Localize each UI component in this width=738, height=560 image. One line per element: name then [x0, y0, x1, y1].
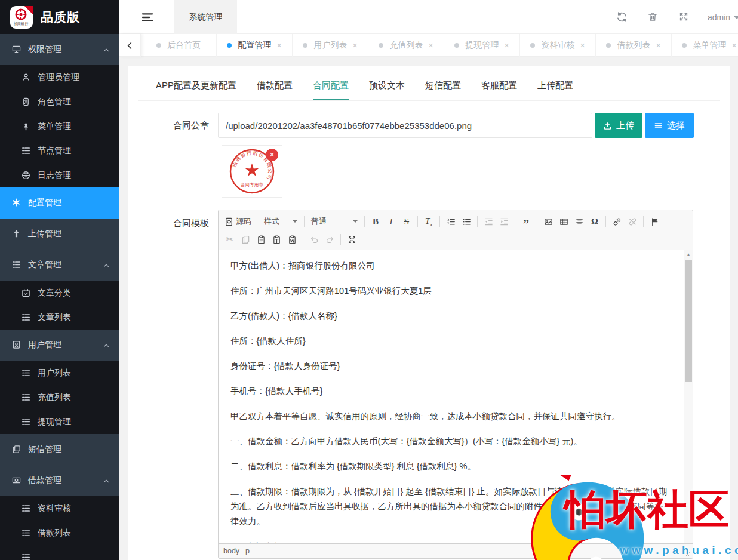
sidebar-item-label: 角色管理	[38, 97, 71, 107]
fullscreen-icon[interactable]	[678, 11, 690, 23]
config-tab-APP配置及更新配置[interactable]: APP配置及更新配置	[156, 80, 236, 100]
element-path-body[interactable]: body	[223, 547, 239, 555]
open-tab-提现管理[interactable]: 提现管理×	[444, 34, 520, 57]
open-tab-借款列表[interactable]: 借款列表×	[596, 34, 672, 57]
tab-label: 充值列表	[389, 40, 423, 51]
editor-scrollbar[interactable]: ▲	[684, 250, 693, 543]
config-tab-短信配置[interactable]: 短信配置	[425, 80, 461, 100]
tab-label: 配置管理	[238, 40, 271, 51]
unordered-list-button[interactable]	[459, 214, 474, 229]
tab-close-icon[interactable]: ×	[352, 41, 357, 50]
sidebar-item-label: 提现管理	[38, 417, 71, 427]
stamp-field-label: 合同公章	[128, 113, 218, 138]
tab-close-icon[interactable]: ×	[656, 41, 660, 50]
sidebar-item-资料审核[interactable]: 资料审核	[0, 496, 119, 521]
user-menu[interactable]: admin	[708, 0, 738, 34]
tab-close-icon[interactable]: ×	[428, 41, 433, 50]
open-tab-用户列表[interactable]: 用户列表×	[293, 34, 368, 57]
collapse-menu-icon[interactable]	[140, 10, 155, 25]
element-path-p[interactable]: p	[245, 547, 250, 555]
paragraph-format-dropdown[interactable]: 普通	[308, 214, 361, 229]
open-tab-菜单管理[interactable]: 菜单管理×	[672, 34, 738, 57]
tab-close-icon[interactable]: ×	[276, 41, 281, 50]
sidebar-item-提现管理[interactable]: 提现管理	[0, 410, 119, 434]
source-button[interactable]: 源码	[222, 214, 254, 229]
copy2-icon	[12, 445, 21, 454]
styles-dropdown[interactable]: 样式	[260, 214, 301, 229]
tab-label: 资料审核	[541, 40, 574, 51]
config-tab-合同配置[interactable]: 合同配置	[313, 80, 349, 100]
sidebar-item-管理员管理[interactable]: 管理员管理	[0, 65, 119, 90]
remove-image-icon[interactable]: ✕	[266, 149, 278, 161]
open-tabs: 后台首页配置管理×用户列表×充值列表×提现管理×资料审核×借款列表×菜单管理×	[141, 34, 738, 56]
trash-icon[interactable]	[647, 11, 659, 23]
sidebar-item-日志管理[interactable]: 日志管理	[0, 163, 119, 187]
open-tab-后台首页[interactable]: 后台首页	[141, 34, 217, 57]
editor-content[interactable]: 甲方(出借人)：招商银行股份有限公司住所：广州市天河区天河路101号码兴业银行大…	[219, 250, 693, 543]
config-tab-上传配置[interactable]: 上传配置	[537, 80, 573, 100]
paste-as-text-button[interactable]	[269, 232, 284, 247]
sidebar-item[interactable]	[0, 545, 119, 560]
stamp-path-input[interactable]	[218, 113, 592, 138]
link-button[interactable]	[609, 214, 625, 229]
tab-close-icon[interactable]: ×	[580, 41, 585, 50]
config-tab-预设文本[interactable]: 预设文本	[369, 80, 405, 100]
sidebar-item-节点管理[interactable]: 节点管理	[0, 139, 119, 163]
sidebar-item-菜单管理[interactable]: 菜单管理	[0, 114, 119, 139]
user-icon	[21, 73, 31, 82]
contract-paragraph: 二、借款利息：借款利率为 {借款期限类型} 利息 {借款利息} %。	[230, 459, 671, 474]
tab-close-icon[interactable]: ×	[504, 41, 509, 50]
anchor-button[interactable]	[647, 214, 662, 229]
remove-format-button[interactable]: Tx	[421, 214, 436, 229]
sidebar-item-文章管理[interactable]: 文章管理	[0, 250, 119, 281]
chevron-down-icon	[353, 220, 358, 225]
select-button[interactable]: 选择	[645, 113, 694, 138]
tab-label: 用户列表	[313, 40, 347, 51]
tab-label: 提现管理	[465, 40, 499, 51]
config-tab-借款配置[interactable]: 借款配置	[257, 80, 293, 100]
insert-table-button[interactable]	[556, 214, 571, 229]
sidebar-item-配置管理[interactable]: 配置管理	[0, 187, 119, 219]
open-tab-充值列表[interactable]: 充值列表×	[368, 34, 444, 57]
sidebar-item-权限管理[interactable]: 权限管理	[0, 34, 119, 65]
insert-image-button[interactable]	[540, 214, 556, 229]
open-tab-资料审核[interactable]: 资料审核×	[520, 34, 596, 57]
scrollbar-thumb[interactable]	[685, 260, 692, 382]
sidebar-item-用户列表[interactable]: 用户列表	[0, 361, 119, 385]
paste-from-word-button[interactable]	[284, 232, 300, 247]
refresh-icon[interactable]	[616, 11, 628, 23]
resize-grip[interactable]	[685, 550, 691, 557]
paste-button[interactable]	[253, 232, 269, 247]
list-icon	[21, 368, 31, 378]
monitor-icon	[12, 45, 21, 54]
sidebar-item-上传管理[interactable]: 上传管理	[0, 219, 119, 250]
bold-button[interactable]: B	[368, 214, 383, 229]
ordered-list-button[interactable]	[443, 214, 459, 229]
sidebar-item-借款列表[interactable]: 借款列表	[0, 521, 119, 545]
tab-label: 菜单管理	[693, 40, 726, 51]
blockquote-button[interactable]: ”	[518, 214, 534, 229]
maximize-button[interactable]	[344, 232, 359, 247]
italic-button[interactable]: I	[383, 214, 399, 229]
config-tab-客服配置[interactable]: 客服配置	[481, 80, 517, 100]
tab-close-icon[interactable]: ×	[731, 41, 736, 50]
sidebar-item-角色管理[interactable]: 角色管理	[0, 90, 119, 114]
tab-status-dot	[227, 43, 232, 48]
sidebar-item-充值列表[interactable]: 充值列表	[0, 385, 119, 410]
module-tab-system[interactable]: 系统管理	[174, 0, 237, 34]
sidebar-item-文章列表[interactable]: 文章列表	[0, 305, 119, 330]
cut-button: ✂	[222, 232, 238, 247]
tabs-scroll-left-button[interactable]	[119, 34, 141, 57]
horizontal-rule-button[interactable]	[571, 214, 587, 229]
sidebar-item-短信管理[interactable]: 短信管理	[0, 434, 119, 465]
scroll-up-icon[interactable]: ▲	[684, 250, 693, 259]
editor-status-bar: body p	[219, 543, 693, 558]
strikethrough-button[interactable]: S	[399, 214, 414, 229]
contract-paragraph: 一、借款金额：乙方向甲方借款人民币(大写：{借款金额大写}）(小写：{借款金额小…	[230, 434, 671, 449]
special-character-button[interactable]: Ω	[587, 214, 602, 229]
sidebar-item-文章分类[interactable]: 文章分类	[0, 281, 119, 305]
upload-button[interactable]: 上传	[595, 113, 642, 138]
open-tab-配置管理[interactable]: 配置管理×	[217, 34, 293, 57]
sidebar-item-用户管理[interactable]: 用户管理	[0, 330, 119, 361]
sidebar-item-借款管理[interactable]: 借款管理	[0, 465, 119, 496]
